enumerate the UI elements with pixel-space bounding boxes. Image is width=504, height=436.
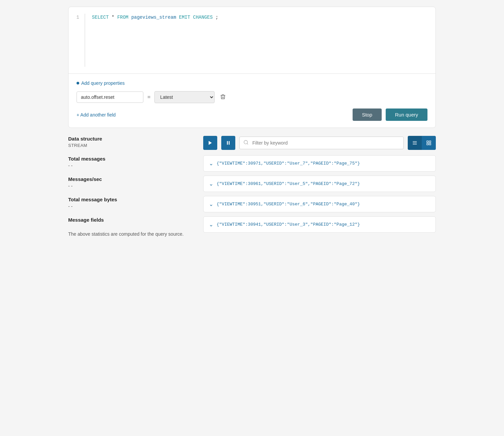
message-header: ⌄ {"VIEWTIME":30941,"USERID":"User_3","P… [209,221,430,228]
trash-icon [220,94,226,100]
grid-view-icon [426,140,431,146]
stats-note-block: The above statistics are computed for th… [68,231,195,238]
play-icon [208,140,213,146]
messages-per-sec-value: - - [68,183,195,189]
property-value-select[interactable]: Latest Earliest [154,91,215,103]
svg-rect-10 [427,143,428,145]
query-panel: 1 SELECT * FROM pageviews_stream EMIT CH… [68,7,436,128]
stats-note: The above statistics are computed for th… [68,231,195,238]
data-structure-label: Data structure [68,136,195,142]
sql-keyword-from: FROM [117,15,129,20]
messages-per-sec-block: Messages/sec - - [68,176,195,189]
results-toolbar [203,136,436,150]
data-structure-value: STREAM [68,143,195,148]
property-key-input[interactable] [77,91,143,103]
chevron-down-icon: ⌄ [209,201,213,207]
message-header: ⌄ {"VIEWTIME":30961,"USERID":"User_5","P… [209,181,430,187]
action-buttons: Stop Run query [353,108,427,121]
svg-rect-9 [429,141,431,143]
message-list: ⌄ {"VIEWTIME":30971,"USERID":"User_7","P… [203,155,436,233]
list-view-button[interactable] [408,136,422,150]
svg-rect-8 [427,141,428,143]
sql-table-name: pageviews_stream [131,15,179,20]
message-content: {"VIEWTIME":30961,"USERID":"User_5","PAG… [217,181,360,186]
chevron-down-icon: ⌄ [209,221,213,228]
line-numbers: 1 [69,14,85,67]
code-editor: 1 SELECT * FROM pageviews_stream EMIT CH… [69,7,435,74]
list-item[interactable]: ⌄ {"VIEWTIME":30971,"USERID":"User_7","P… [203,155,436,172]
total-messages-value: - - [68,163,195,168]
pause-icon [226,140,231,146]
messages-per-sec-label: Messages/sec [68,176,195,182]
chevron-down-icon: ⌄ [209,160,213,167]
filter-input[interactable] [239,137,404,149]
pause-button[interactable] [221,136,235,150]
total-bytes-label: Total message bytes [68,197,195,202]
grid-view-button[interactable] [422,136,436,150]
bottom-section: Data structure STREAM Total messages - -… [68,136,436,246]
total-bytes-block: Total message bytes - - [68,197,195,209]
run-query-button[interactable]: Run query [386,108,427,121]
list-item[interactable]: ⌄ {"VIEWTIME":30941,"USERID":"User_3","P… [203,216,436,233]
add-properties-label: Add query properties [81,80,125,86]
search-icon [243,140,249,146]
sql-semicolon: ; [216,15,218,20]
code-content[interactable]: SELECT * FROM pageviews_stream EMIT CHAN… [85,14,435,67]
property-row: = Latest Earliest [77,91,427,103]
line-number-1: 1 [74,14,79,21]
svg-point-3 [244,141,248,144]
svg-line-4 [247,144,248,145]
results-panel: ⌄ {"VIEWTIME":30971,"USERID":"User_7","P… [203,136,436,246]
add-field-label: + Add another field [77,112,116,118]
message-content: {"VIEWTIME":30971,"USERID":"User_7","PAG… [217,161,360,166]
stop-button[interactable]: Stop [353,108,382,121]
sql-star: * [112,15,117,20]
message-header: ⌄ {"VIEWTIME":30951,"USERID":"User_6","P… [209,201,430,207]
query-actions-bar: + Add another field Stop Run query [77,108,427,121]
search-wrapper [239,137,404,149]
add-query-properties-link[interactable]: Add query properties [77,80,427,86]
query-properties-section: Add query properties = Latest Earliest [69,74,435,128]
view-toggle [408,136,436,150]
delete-property-button[interactable] [219,92,227,102]
equals-sign: = [147,94,150,100]
total-messages-label: Total messages [68,156,195,162]
sql-keyword-select: SELECT [92,15,109,20]
dot-icon [77,82,79,84]
play-button[interactable] [203,136,217,150]
message-content: {"VIEWTIME":30951,"USERID":"User_6","PAG… [217,202,360,207]
chevron-down-icon: ⌄ [209,181,213,187]
message-fields-block: Message fields [68,217,195,223]
sql-keyword-emit: EMIT CHANGES [179,15,213,20]
message-content: {"VIEWTIME":30941,"USERID":"User_3","PAG… [217,222,360,227]
message-header: ⌄ {"VIEWTIME":30971,"USERID":"User_7","P… [209,160,430,167]
list-item[interactable]: ⌄ {"VIEWTIME":30961,"USERID":"User_5","P… [203,176,436,192]
svg-marker-0 [209,141,212,145]
main-container: 1 SELECT * FROM pageviews_stream EMIT CH… [61,0,443,252]
svg-rect-11 [429,143,431,145]
list-view-icon [412,140,417,146]
data-structure-block: Data structure STREAM [68,136,195,148]
message-fields-label: Message fields [68,217,195,223]
add-another-field-link[interactable]: + Add another field [77,112,116,118]
total-bytes-value: - - [68,204,195,209]
svg-rect-1 [227,141,228,145]
list-item[interactable]: ⌄ {"VIEWTIME":30951,"USERID":"User_6","P… [203,196,436,212]
svg-rect-2 [229,141,230,145]
total-messages-block: Total messages - - [68,156,195,168]
stats-panel: Data structure STREAM Total messages - -… [68,136,195,246]
